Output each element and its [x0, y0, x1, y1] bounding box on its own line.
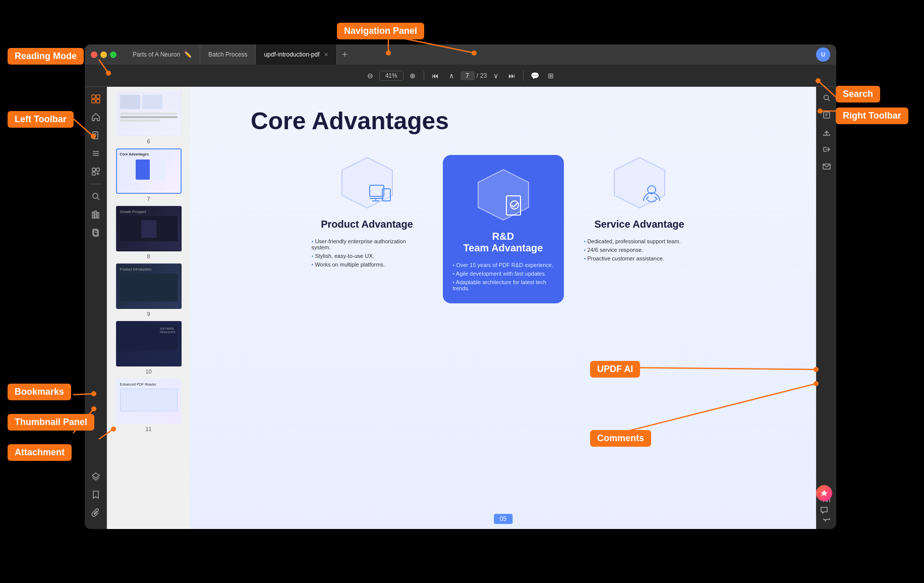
- page-input[interactable]: [460, 71, 475, 80]
- svg-point-16: [93, 193, 98, 198]
- title-bar: Parts of A Neuron ✏️ Batch Process updf-…: [85, 44, 836, 65]
- thumbnail-item-9[interactable]: Product Introduction 9: [113, 263, 184, 317]
- thumbnail-preview-7: Core Advantages: [116, 148, 182, 194]
- right-properties-button[interactable]: [820, 108, 834, 122]
- traffic-lights: [91, 51, 117, 58]
- advantages-row: Product Advantage User-friendly enterpri…: [220, 155, 786, 303]
- right-search-button[interactable]: [820, 91, 834, 105]
- thumbnail-item-11[interactable]: Enhanced PDF Reader 11: [113, 379, 184, 432]
- right-sidebar: [816, 87, 836, 529]
- sidebar-library-button[interactable]: [88, 206, 104, 223]
- sidebar-bookmark-button[interactable]: [88, 487, 104, 503]
- right-email-button[interactable]: [820, 160, 834, 174]
- sidebar-export-button[interactable]: [88, 225, 104, 241]
- page-total: 23: [480, 72, 487, 79]
- svg-line-38: [828, 99, 830, 101]
- sidebar-search-button[interactable]: [88, 188, 104, 204]
- product-title: Product Advantage: [321, 219, 413, 230]
- toolbar-divider-2: [523, 71, 524, 81]
- comment-icon: 💬: [531, 72, 539, 80]
- sidebar-thumbnail-button[interactable]: [88, 91, 104, 107]
- service-list: Dedicated, professional support team. 24…: [584, 238, 681, 261]
- comment-button[interactable]: 💬: [528, 69, 542, 83]
- maximize-button[interactable]: [110, 51, 117, 58]
- service-title: Service Advantage: [594, 219, 684, 230]
- svg-rect-39: [824, 112, 830, 118]
- service-hex-icon: [609, 155, 670, 210]
- thumbnail-preview-10: SOFTWAREHIGHLIGHTS: [116, 321, 182, 366]
- pdf-page: Core Advantages: [190, 87, 816, 529]
- thumbnail-item-6[interactable]: 6: [113, 91, 184, 144]
- left-sidebar: [85, 87, 107, 529]
- service-item-1: Dedicated, professional support team.: [584, 238, 681, 244]
- tab-parts-of-neuron[interactable]: Parts of A Neuron ✏️: [125, 44, 200, 65]
- zoom-in-button[interactable]: ⊕: [406, 69, 420, 83]
- bookmarks-label: Bookmarks: [8, 384, 71, 400]
- minimize-button[interactable]: [100, 51, 107, 58]
- tab-batch-process[interactable]: Batch Process: [200, 44, 256, 65]
- sidebar-pages-button[interactable]: [88, 127, 104, 143]
- zoom-out-button[interactable]: ⊖: [363, 69, 377, 83]
- thumbnail-item-7[interactable]: Core Advantages 7: [113, 148, 184, 202]
- sidebar-home-button[interactable]: [88, 109, 104, 125]
- first-page-button[interactable]: ⏮: [428, 69, 442, 83]
- updf-ai-label: UPDF AI: [590, 361, 640, 378]
- svg-rect-0: [92, 95, 95, 98]
- product-hex-icon: [337, 155, 397, 210]
- comments-panel-button[interactable]: [816, 502, 832, 518]
- new-tab-button[interactable]: +: [337, 46, 353, 63]
- thumbnail-item-10[interactable]: SOFTWAREHIGHLIGHTS 10: [113, 321, 184, 375]
- tab-label: updf-introduction-pdf: [264, 51, 319, 58]
- attachment-label: Attachment: [8, 444, 72, 461]
- product-item-1: User-friendly enterprise authorization s…: [312, 238, 423, 250]
- thumbnail-item-8[interactable]: Growth Prospect 8: [113, 206, 184, 259]
- svg-rect-3: [96, 99, 100, 103]
- service-item-2: 24/6 service response.: [584, 247, 681, 253]
- close-button[interactable]: [91, 51, 97, 58]
- thumbnail-panel: 6 Core Advantages 7: [107, 87, 190, 529]
- sidebar-attachment-button[interactable]: [88, 505, 104, 521]
- app-window: Parts of A Neuron ✏️ Batch Process updf-…: [85, 44, 836, 529]
- page-separator: /: [477, 72, 478, 79]
- prev-page-button[interactable]: ∧: [444, 69, 458, 83]
- sidebar-layers-button[interactable]: [88, 468, 104, 485]
- zoom-in-icon: ⊕: [410, 72, 416, 80]
- avatar-initials: U: [821, 51, 825, 58]
- tab-updf-introduction[interactable]: updf-introduction-pdf ✕: [256, 44, 336, 65]
- rd-list: Over 15 years of PDF R&D experience. Agi…: [453, 262, 554, 291]
- rd-hex-icon: [473, 167, 534, 223]
- sidebar-contents-button[interactable]: [88, 145, 104, 162]
- thumbnail-num-7: 7: [147, 196, 150, 202]
- thumbnail-num-10: 10: [145, 368, 151, 375]
- main-area: 6 Core Advantages 7: [85, 87, 836, 529]
- svg-rect-26: [370, 185, 384, 196]
- layout-icon: ⊞: [548, 72, 554, 80]
- last-page-button[interactable]: ⏭: [505, 69, 519, 83]
- page-indicator: 05: [494, 514, 512, 524]
- svg-rect-19: [95, 211, 96, 218]
- thumbnail-preview-11: Enhanced PDF Reader: [116, 379, 182, 424]
- tab-close-icon[interactable]: ✕: [324, 51, 328, 58]
- right-export-button[interactable]: [820, 125, 834, 139]
- thumbnail-preview-8: Growth Prospect: [116, 206, 182, 251]
- layout-button[interactable]: ⊞: [544, 69, 558, 83]
- zoom-value[interactable]: 41%: [379, 71, 403, 81]
- tab-label: Batch Process: [208, 51, 247, 58]
- toolbar: ⊖ 41% ⊕ ⏮ ∧ / 23 ∨ ⏭ 💬 ⊞: [85, 65, 836, 87]
- left-toolbar-label: Left Toolbar: [8, 111, 74, 128]
- right-share-button[interactable]: [820, 142, 834, 156]
- pdf-viewer[interactable]: Core Advantages: [190, 87, 816, 529]
- svg-line-17: [97, 198, 99, 200]
- svg-point-37: [824, 95, 828, 100]
- thumbnail-panel-label: Thumbnail Panel: [8, 414, 94, 431]
- rd-title: R&D Team Advantage: [464, 231, 543, 254]
- avatar[interactable]: U: [816, 47, 830, 62]
- next-page-button[interactable]: ∨: [489, 69, 503, 83]
- svg-marker-24: [92, 473, 99, 478]
- thumbnail-num-11: 11: [145, 426, 151, 432]
- sidebar-organize-button[interactable]: [88, 164, 104, 180]
- updf-ai-button[interactable]: [816, 485, 832, 501]
- first-page-icon: ⏮: [432, 72, 439, 80]
- thumbnail-preview-6: [116, 91, 182, 136]
- product-item-3: Works on multiple platforms.: [312, 261, 423, 268]
